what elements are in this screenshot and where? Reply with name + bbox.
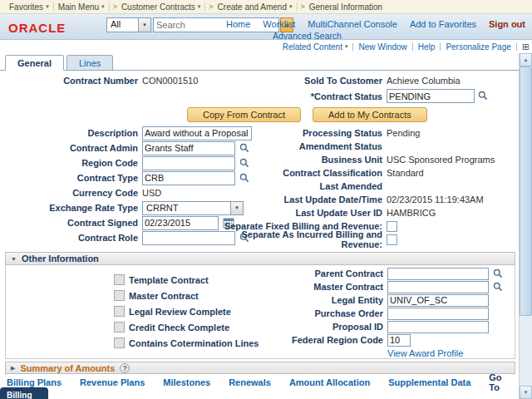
chevron-down-icon: ▼ [138,18,150,32]
oracle-logo: ORACLE [8,21,66,35]
lookup-icon[interactable] [478,91,488,101]
business-unit-value: USC Sponsored Programs [387,155,495,165]
sold-to-customer-label: Sold To Customer [204,76,382,86]
separator [204,2,205,11]
breadcrumb-create-and-amend-label: Create and Amend [218,2,287,12]
other-information-header[interactable]: ▼ Other Information [5,252,515,265]
help-link[interactable]: Help [418,42,436,52]
processing-status-value: Pending [387,128,420,138]
breadcrumb-create-and-amend[interactable]: Create and Amend ▾ [214,2,297,12]
add-to-my-contracts-button[interactable]: Add to My Contracts [313,107,427,122]
personalize-page-link[interactable]: Personalize Page [446,42,510,52]
separator [297,2,298,11]
summary-of-amounts-title: Summary of Amounts [20,363,115,373]
separate-incurred-billing-label: Separate As Incurred Billing and Revenue… [204,229,382,249]
currency-code-value: USD [142,188,161,198]
purchase-order-input[interactable] [387,308,489,320]
collapse-icon: ▼ [11,256,17,262]
worklist-link[interactable]: Worklist [263,19,295,29]
separator [109,2,110,11]
currency-code-label: Currency Code [7,188,138,198]
supplemental-data-link[interactable]: Supplemental Data [388,377,470,387]
header-links: Home Worklist MultiChannel Console Add t… [226,19,525,29]
home-link[interactable]: Home [226,19,250,29]
other-information-body: Template Contract Master Contract Legal … [5,265,515,359]
breadcrumb-general-information-label: General Information [309,2,382,12]
tab-lines[interactable]: Lines [66,55,113,70]
other-information-fields: Parent Contract Master Contract [204,267,503,360]
contract-type-label: Contract Type [7,173,138,183]
contains-cotermination-lines-checkbox [114,337,125,348]
template-contract-label: Template Contract [129,275,209,285]
grid-icon[interactable]: ⊞ [522,42,530,52]
processing-status-label: Processing Status [204,128,382,138]
breadcrumb-favorites[interactable]: Favorites ▾ [5,2,53,12]
contract-admin-label: Contract Admin [7,143,138,153]
contract-number-label: Contract Number [7,76,138,86]
bottom-partial-tab[interactable]: Billing [0,387,48,399]
last-update-datetime-label: Last Update Date/Time [204,195,382,204]
copy-from-contract-button[interactable]: Copy From Contract [187,107,301,122]
new-window-link[interactable]: New Window [358,42,406,52]
legal-entity-input[interactable] [387,294,489,307]
amount-allocation-link[interactable]: Amount Allocation [289,377,370,387]
federal-region-code-input[interactable] [387,334,411,347]
search-scope-select[interactable]: All ▼ [106,17,151,32]
vertical-scrollbar[interactable]: ▲ ▼ [519,53,532,399]
separate-fixed-billing-checkbox[interactable] [387,221,397,232]
master-contract-input[interactable] [387,281,489,293]
milestones-link[interactable]: Milestones [163,377,210,387]
breadcrumb-general-information[interactable]: General Information [305,2,387,12]
add-to-favorites-link[interactable]: Add to Favorites [410,19,476,29]
related-content-link[interactable]: Related Content ▾ [283,42,348,52]
contract-classification-label: Contract Classification [204,168,382,178]
chevron-down-icon: ▾ [101,3,105,10]
summary-of-amounts-header[interactable]: ▶ Summary of Amounts ? [5,362,515,374]
revenue-plans-link[interactable]: Revenue Plans [80,377,145,387]
lookup-icon[interactable] [493,268,503,278]
business-unit-label: Business Unit [204,155,382,165]
lookup-icon[interactable] [493,282,503,292]
page-content: Contract Number CON0001510 Sold To Custo… [0,71,519,399]
sign-out-link[interactable]: Sign out [489,19,525,29]
tab-general[interactable]: General [5,55,64,71]
contract-signed-label: Contract Signed [7,218,138,228]
scroll-up-button[interactable]: ▲ [520,53,532,66]
chevron-down-icon: ▾ [289,3,293,10]
master-contract-checkbox-label: Master Contract [129,291,199,301]
proposal-id-input[interactable] [387,321,489,333]
scrollbar-thumb[interactable] [520,66,532,316]
region-code-label: Region Code [7,158,138,168]
separate-incurred-billing-checkbox[interactable] [387,234,397,245]
other-information-section: ▼ Other Information Template Contract Ma… [5,252,515,359]
separator [412,43,413,51]
last-amended-label: Last Amended [204,181,382,191]
view-award-profile-link[interactable]: View Award Profile [387,348,463,358]
renewals-link[interactable]: Renewals [229,377,271,387]
contract-classification-value: Standard [387,168,424,178]
billing-plans-link[interactable]: Billing Plans [7,377,62,387]
separator [516,43,517,51]
chevron-down-icon: ▾ [345,43,348,50]
template-contract-checkbox [114,274,125,285]
contract-status-label: *Contract Status [204,91,382,101]
parent-contract-input[interactable] [387,268,489,280]
breadcrumb-customer-contracts-label: Customer Contracts [121,2,195,12]
separator [352,43,353,51]
scroll-down-button[interactable]: ▼ [520,386,532,399]
separator [440,43,441,51]
federal-region-code-label: Federal Region Code [204,335,383,345]
contract-number-value: CON0001510 [142,76,198,86]
application-window: Favorites ▾ Main Menu ▾ > Customer Contr… [0,0,532,399]
breadcrumb: Favorites ▾ Main Menu ▾ > Customer Contr… [0,0,532,14]
action-buttons: Copy From Contract Add to My Contracts [187,107,427,122]
breadcrumb-customer-contracts[interactable]: Customer Contracts ▾ [117,2,204,12]
header-bar: ORACLE All ▼ » Advanced Search Home Work… [0,14,532,40]
contract-status-input[interactable] [387,89,475,103]
tab-strip: General Lines [0,53,519,71]
help-icon[interactable]: ? [120,363,130,373]
multichannel-console-link[interactable]: MultiChannel Console [308,19,397,29]
search-scope-value: All [107,18,138,32]
last-update-datetime-value: 02/23/2015 11:19:43AM [387,195,484,204]
breadcrumb-main-menu[interactable]: Main Menu ▾ [54,2,109,12]
